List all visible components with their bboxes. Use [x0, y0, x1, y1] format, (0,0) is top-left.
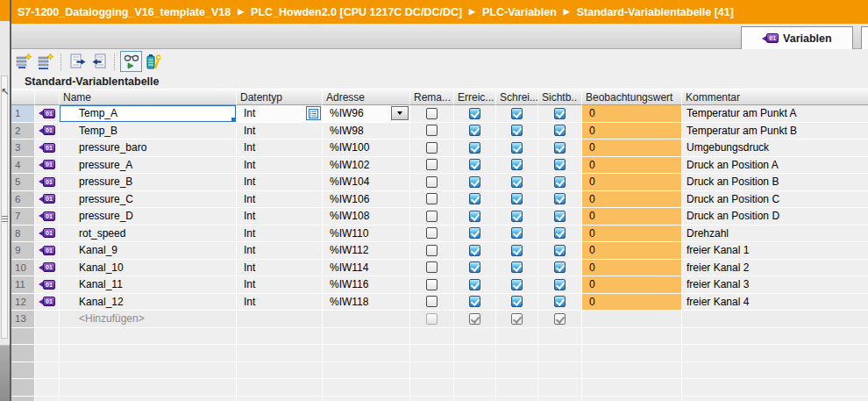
- datentyp-cell[interactable]: Int: [237, 123, 323, 140]
- adresse-cell[interactable]: %IW104: [323, 174, 410, 191]
- variable-name-cell[interactable]: pressure_B: [60, 174, 237, 191]
- splitter-grip-icon[interactable]: [2, 216, 8, 224]
- row-number[interactable]: 1: [11, 105, 35, 123]
- checkbox-schreibbar[interactable]: [511, 176, 523, 188]
- adresse-cell[interactable]: %IW98: [323, 123, 410, 140]
- kommentar-cell[interactable]: Drehzahl: [682, 226, 868, 243]
- checkbox-remanenz[interactable]: [426, 176, 438, 188]
- variable-name-cell[interactable]: pressure_D: [60, 208, 237, 226]
- checkbox-erreichbar[interactable]: [469, 296, 480, 307]
- checkbox-sichtbar[interactable]: [554, 125, 566, 136]
- checkbox-sichtbar[interactable]: [554, 159, 566, 170]
- add-row-button[interactable]: [13, 51, 35, 72]
- checkbox-schreibbar[interactable]: [511, 279, 523, 290]
- checkbox-remanenz[interactable]: [426, 211, 438, 222]
- header-remanenz[interactable]: Rema...: [410, 89, 454, 105]
- checkbox-sichtbar[interactable]: [554, 245, 566, 256]
- checkbox-erreichbar[interactable]: [469, 193, 480, 204]
- variable-name-cell[interactable]: Kanal_11: [60, 276, 237, 294]
- variable-name-cell[interactable]: pressure_C: [60, 191, 237, 209]
- kommentar-cell[interactable]: freier Kanal 3: [682, 276, 868, 294]
- datentyp-cell[interactable]: Int: [237, 294, 323, 311]
- variable-name-cell[interactable]: Kanal_9: [60, 242, 237, 260]
- header-schreibbar[interactable]: Schrei...: [496, 89, 538, 105]
- row-number[interactable]: 5: [11, 174, 35, 191]
- datentyp-cell[interactable]: Int: [237, 174, 323, 191]
- row-number[interactable]: 7: [11, 208, 35, 226]
- kommentar-cell[interactable]: Druck an Position D: [682, 208, 868, 226]
- checkbox-sichtbar[interactable]: [554, 108, 566, 119]
- checkbox-erreichbar[interactable]: [469, 142, 480, 154]
- adresse-cell[interactable]: %IW110: [323, 226, 410, 243]
- variable-name-cell[interactable]: rot_speed: [60, 226, 237, 243]
- selection-handle[interactable]: [231, 118, 236, 122]
- checkbox-schreibbar[interactable]: [511, 313, 523, 325]
- monitor-all-button[interactable]: [120, 51, 142, 72]
- kommentar-cell[interactable]: Temperatur am Punkt B: [682, 123, 868, 140]
- datatype-picker-button[interactable]: [306, 106, 321, 120]
- row-number[interactable]: 10: [11, 260, 35, 277]
- checkbox-remanenz[interactable]: [426, 279, 438, 290]
- checkbox-erreichbar[interactable]: [469, 261, 480, 273]
- checkbox-sichtbar[interactable]: [554, 227, 566, 239]
- row-number[interactable]: 9: [11, 242, 35, 260]
- checkbox-remanenz[interactable]: [426, 159, 438, 170]
- checkbox-schreibbar[interactable]: [511, 193, 523, 204]
- checkbox-sichtbar[interactable]: [554, 176, 566, 188]
- kommentar-cell[interactable]: Temperatur am Punkt A: [682, 105, 868, 123]
- header-beobachtungswert[interactable]: Beobachtungswert: [582, 89, 682, 105]
- variable-name-cell[interactable]: Kanal_10: [60, 260, 237, 277]
- adresse-cell[interactable]: %IW112: [323, 242, 410, 260]
- header-row-number[interactable]: [11, 89, 35, 105]
- checkbox-sichtbar[interactable]: [554, 313, 566, 325]
- checkbox-remanenz[interactable]: [426, 125, 438, 136]
- checkbox-remanenz[interactable]: [426, 261, 438, 273]
- variable-name-cell[interactable]: Kanal_12: [60, 294, 237, 311]
- adresse-cell[interactable]: %IW108: [323, 208, 410, 226]
- checkbox-remanenz[interactable]: [426, 296, 438, 307]
- header-adresse[interactable]: Adresse: [323, 89, 410, 105]
- datentyp-cell[interactable]: Int: [237, 105, 323, 123]
- row-number[interactable]: 11: [11, 276, 35, 294]
- kommentar-cell[interactable]: freier Kanal 4: [682, 294, 868, 311]
- kommentar-cell[interactable]: freier Kanal 2: [682, 260, 868, 277]
- header-kommentar[interactable]: Kommentar: [682, 89, 868, 105]
- checkbox-sichtbar[interactable]: [554, 142, 566, 154]
- kommentar-cell[interactable]: Druck an Position B: [682, 174, 868, 191]
- checkbox-sichtbar[interactable]: [554, 193, 566, 204]
- address-dropdown-button[interactable]: [391, 106, 409, 120]
- left-scrollbar-thumb[interactable]: [1, 75, 8, 339]
- checkbox-remanenz[interactable]: [426, 142, 438, 154]
- datentyp-cell[interactable]: Int: [237, 157, 323, 175]
- datentyp-cell[interactable]: Int: [237, 140, 323, 157]
- datentyp-cell[interactable]: Int: [237, 260, 323, 277]
- checkbox-erreichbar[interactable]: [469, 108, 480, 119]
- adresse-cell[interactable]: %IW106: [323, 191, 410, 209]
- kommentar-cell[interactable]: freier Kanal 1: [682, 242, 868, 260]
- insert-row-button[interactable]: [35, 51, 57, 72]
- breadcrumb-item[interactable]: PLC_Howden2.0 [CPU 1217C DC/DC/DC]: [251, 6, 462, 18]
- checkbox-erreichbar[interactable]: [469, 211, 480, 222]
- checkbox-erreichbar[interactable]: [469, 227, 480, 239]
- adresse-cell[interactable]: %IW96: [323, 105, 410, 123]
- checkbox-remanenz[interactable]: [426, 193, 438, 204]
- checkbox-sichtbar[interactable]: [554, 211, 566, 222]
- adresse-cell[interactable]: %IW118: [323, 294, 410, 311]
- checkbox-remanenz[interactable]: [426, 227, 438, 239]
- kommentar-cell[interactable]: Umgebungsdruck: [682, 140, 868, 157]
- row-number[interactable]: 3: [11, 140, 35, 157]
- checkbox-schreibbar[interactable]: [511, 296, 523, 307]
- partial-next-tab[interactable]: [861, 26, 868, 49]
- variable-name-cell[interactable]: pressure_baro: [60, 140, 237, 157]
- variable-name-cell[interactable]: Temp_A: [60, 105, 237, 123]
- breadcrumb-item[interactable]: Standard-Variablentabelle [41]: [577, 6, 734, 18]
- adresse-cell[interactable]: %IW116: [323, 276, 410, 294]
- datentyp-cell[interactable]: Int: [237, 276, 323, 294]
- checkbox-schreibbar[interactable]: [511, 227, 523, 239]
- row-number[interactable]: 2: [11, 123, 35, 140]
- header-sichtbar[interactable]: Sichtb..: [538, 89, 582, 105]
- header-datentyp[interactable]: Datentyp: [237, 89, 323, 105]
- import-button[interactable]: [89, 51, 110, 72]
- breadcrumb-item[interactable]: PLC-Variablen: [482, 6, 557, 18]
- checkbox-erreichbar[interactable]: [469, 125, 480, 136]
